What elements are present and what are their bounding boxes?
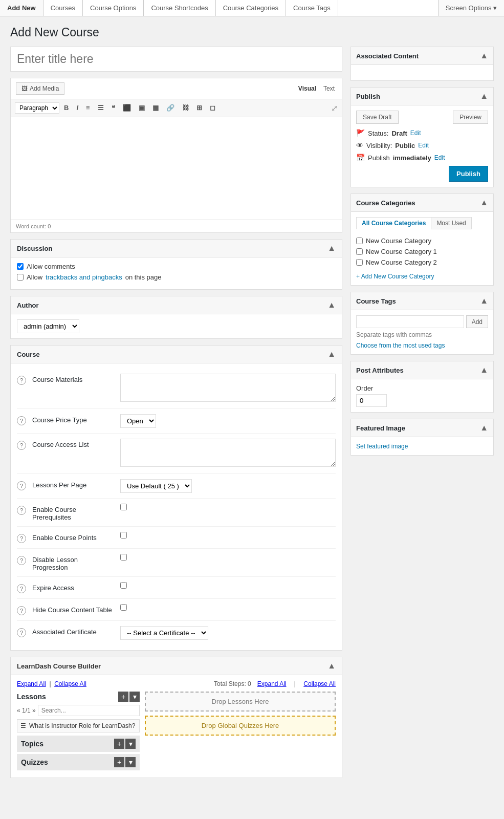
course-materials-help[interactable]: ? xyxy=(17,376,26,385)
paragraph-select[interactable]: Paragraph xyxy=(15,102,59,114)
tab-text[interactable]: Text xyxy=(321,84,337,93)
expire-access-help[interactable]: ? xyxy=(17,584,26,593)
post-attributes-header[interactable]: Post Attributes ▲ xyxy=(351,361,493,379)
nav-add-new[interactable]: Add New xyxy=(0,0,43,16)
save-draft-button[interactable]: Save Draft xyxy=(356,111,399,124)
allow-trackbacks-checkbox[interactable] xyxy=(17,274,24,281)
course-categories-header[interactable]: Course Categories ▲ xyxy=(351,194,493,212)
link-button[interactable]: 🔗 xyxy=(163,102,178,114)
discussion-header[interactable]: Discussion ▲ xyxy=(11,240,342,257)
course-categories-box: Course Categories ▲ All Course Categorie… xyxy=(350,193,494,286)
expand-all-link-left[interactable]: Expand All xyxy=(17,680,46,687)
hide-content-table-checkbox[interactable] xyxy=(120,604,127,611)
author-select[interactable]: admin (admin) xyxy=(17,319,79,333)
allow-trackbacks-label[interactable]: Allow xyxy=(27,273,42,281)
course-price-type-select[interactable]: Open xyxy=(120,414,156,428)
course-materials-textarea[interactable] xyxy=(120,374,336,402)
quizzes-add-button[interactable]: + xyxy=(114,757,124,767)
expand-all-link-right[interactable]: Expand All xyxy=(257,680,287,687)
expire-access-checkbox[interactable] xyxy=(120,582,127,589)
ol-button[interactable]: ☰ xyxy=(95,102,107,114)
collapse-all-link-left[interactable]: Collapse All xyxy=(54,680,86,687)
course-tags-header[interactable]: Course Tags ▲ xyxy=(351,292,493,310)
lessons-search-input[interactable] xyxy=(38,705,140,716)
hide-content-table-help[interactable]: ? xyxy=(17,606,26,615)
screen-options-button[interactable]: Screen Options ▾ xyxy=(438,0,504,16)
add-media-button[interactable]: 🖼 Add Media xyxy=(16,82,64,95)
italic-button[interactable]: I xyxy=(73,102,81,114)
cat-label-2[interactable]: New Course Category 2 xyxy=(366,258,437,266)
allow-comments-label[interactable]: Allow comments xyxy=(27,263,75,270)
trackbacks-link[interactable]: trackbacks and pingbacks xyxy=(46,273,122,281)
nav-courses[interactable]: Courses xyxy=(43,0,83,16)
collapse-all-link-right[interactable]: Collapse All xyxy=(303,680,336,687)
ul-button[interactable]: ≡ xyxy=(83,102,93,114)
preview-button[interactable]: Preview xyxy=(453,111,488,124)
course-access-list-textarea[interactable] xyxy=(120,439,336,467)
tags-add-button[interactable]: Add xyxy=(466,315,488,328)
course-price-type-help[interactable]: ? xyxy=(17,416,26,425)
nav-course-shortcodes[interactable]: Course Shortcodes xyxy=(144,0,215,16)
lessons-add-button[interactable]: + xyxy=(118,692,128,702)
unlink-button[interactable]: ⛓ xyxy=(179,102,192,114)
associated-certificate-select[interactable]: -- Select a Certificate -- xyxy=(120,626,208,640)
nav-course-options[interactable]: Course Options xyxy=(83,0,144,16)
enable-points-checkbox[interactable] xyxy=(120,532,127,538)
lessons-collapse-button[interactable]: ▾ xyxy=(129,692,140,702)
cat-label-1[interactable]: New Course Category 1 xyxy=(366,248,437,255)
cat-checkbox-2[interactable] xyxy=(356,259,363,266)
builder-toggle-icon: ▲ xyxy=(327,661,336,671)
set-featured-image-link[interactable]: Set featured image xyxy=(356,443,408,450)
cat-tab-all[interactable]: All Course Categories xyxy=(356,217,431,229)
lessons-per-page-select[interactable]: Use Default ( 25 ) xyxy=(120,479,192,493)
enable-prerequisites-checkbox[interactable] xyxy=(120,504,127,510)
course-header[interactable]: Course ▲ xyxy=(11,346,342,363)
more-button[interactable]: ◻ xyxy=(207,102,218,114)
align-right-button[interactable]: ▦ xyxy=(149,102,162,114)
topics-add-button[interactable]: + xyxy=(114,739,124,749)
publish-time-edit-link[interactable]: Edit xyxy=(434,154,445,161)
lesson-item[interactable]: ☰ What is Instructor Role for LearnDash? xyxy=(17,719,140,732)
cat-checkbox-1[interactable] xyxy=(356,248,363,255)
topics-collapse-button[interactable]: ▾ xyxy=(125,739,136,749)
publish-header[interactable]: Publish ▲ xyxy=(351,88,493,105)
discussion-box: Discussion ▲ Allow comments Allow trackb… xyxy=(10,239,342,290)
associated-content-header[interactable]: Associated Content ▲ xyxy=(351,47,493,65)
cat-label-0[interactable]: New Course Category xyxy=(366,237,431,245)
disable-lesson-progression-help[interactable]: ? xyxy=(17,556,26,565)
table-button[interactable]: ⊞ xyxy=(193,102,205,114)
add-new-category-link[interactable]: + Add New Course Category xyxy=(356,273,434,280)
associated-certificate-help[interactable]: ? xyxy=(17,628,26,637)
editor-area[interactable] xyxy=(11,117,342,220)
status-edit-link[interactable]: Edit xyxy=(410,130,421,137)
tab-visual[interactable]: Visual xyxy=(296,84,318,93)
author-header[interactable]: Author ▲ xyxy=(11,296,342,314)
order-input[interactable] xyxy=(356,394,387,407)
drop-lessons-zone[interactable]: Drop Lessons Here xyxy=(145,692,336,712)
align-center-button[interactable]: ▣ xyxy=(136,102,148,114)
builder-header[interactable]: LearnDash Course Builder ▲ xyxy=(11,657,342,675)
lessons-per-page-help[interactable]: ? xyxy=(17,481,26,490)
enable-prerequisites-help[interactable]: ? xyxy=(17,506,26,515)
publish-time-label: Publish xyxy=(368,154,390,162)
expand-icon[interactable]: ⤢ xyxy=(331,103,338,113)
allow-comments-checkbox[interactable] xyxy=(17,263,24,270)
align-left-button[interactable]: ⬛ xyxy=(120,102,134,114)
title-input[interactable] xyxy=(10,47,342,72)
cat-checkbox-0[interactable] xyxy=(356,238,363,244)
tags-input[interactable] xyxy=(356,315,464,328)
quizzes-collapse-button[interactable]: ▾ xyxy=(125,757,136,767)
choose-tags-link[interactable]: Choose from the most used tags xyxy=(356,342,445,349)
publish-button[interactable]: Publish xyxy=(449,166,488,182)
enable-points-help[interactable]: ? xyxy=(17,534,26,543)
drop-quizzes-zone[interactable]: Drop Global Quizzes Here xyxy=(145,716,336,736)
cat-tab-most-used[interactable]: Most Used xyxy=(431,217,471,229)
featured-image-header[interactable]: Featured Image ▲ xyxy=(351,419,493,437)
visibility-edit-link[interactable]: Edit xyxy=(418,142,429,149)
nav-course-categories[interactable]: Course Categories xyxy=(216,0,286,16)
course-access-list-help[interactable]: ? xyxy=(17,441,26,450)
disable-lesson-progression-checkbox[interactable] xyxy=(120,554,127,561)
nav-course-tags[interactable]: Course Tags xyxy=(286,0,338,16)
blockquote-button[interactable]: ❝ xyxy=(108,102,118,114)
bold-button[interactable]: B xyxy=(61,102,72,114)
